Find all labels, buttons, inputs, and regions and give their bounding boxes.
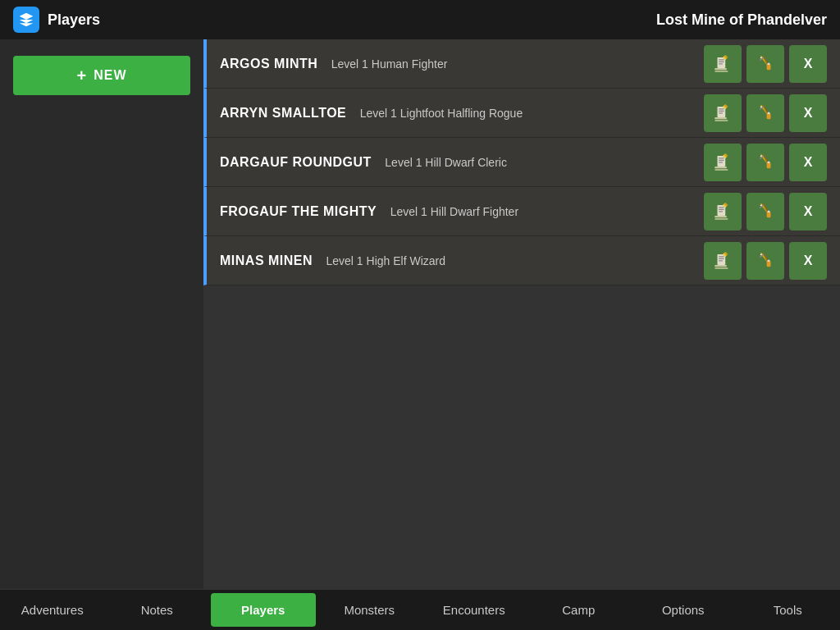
svg-rect-64 (719, 258, 724, 258)
edit-player-button[interactable] (704, 193, 742, 231)
player-info: ARRYN SMALLTOE Level 1 Lightfoot Halflin… (220, 106, 523, 121)
campaign-title: Lost Mine of Phandelver (656, 11, 827, 29)
player-subtitle: Level 1 Lightfoot Halfling Rogue (360, 107, 523, 120)
player-subtitle: Level 1 Hill Dwarf Fighter (390, 205, 518, 218)
player-name: MINAS MINEN (220, 253, 313, 267)
svg-rect-63 (719, 256, 724, 257)
svg-point-44 (767, 162, 770, 163)
player-name: FROGAUF THE MIGHTY (220, 204, 377, 218)
delete-player-button[interactable]: X (789, 144, 827, 181)
svg-rect-33 (719, 158, 724, 158)
player-row: ARRYN SMALLTOE Level 1 Lightfoot Halflin… (203, 89, 840, 138)
player-name: ARGOS MINTH (220, 57, 317, 71)
player-info: ARGOS MINTH Level 1 Human Fighter (220, 57, 447, 71)
player-actions: X (704, 94, 827, 132)
svg-rect-2 (718, 57, 726, 67)
svg-rect-50 (719, 211, 723, 212)
svg-rect-60 (714, 264, 727, 266)
new-player-button[interactable]: + NEW (13, 56, 190, 95)
delete-player-button[interactable]: X (789, 242, 827, 280)
nav-item-encounters[interactable]: Encounters (422, 590, 527, 630)
svg-rect-48 (719, 207, 724, 208)
svg-point-14 (767, 63, 770, 65)
svg-rect-12 (767, 64, 771, 70)
svg-rect-35 (719, 162, 723, 162)
edit-player-button[interactable] (704, 45, 742, 83)
equipment-icon (755, 103, 776, 124)
player-actions: X (704, 144, 827, 181)
equipment-icon (755, 152, 776, 173)
nav-item-monsters[interactable]: Monsters (317, 590, 422, 630)
nav-item-notes[interactable]: Notes (105, 590, 210, 630)
svg-rect-65 (719, 260, 723, 261)
svg-point-59 (767, 211, 770, 212)
plus-icon: + (76, 66, 87, 85)
edit-player-button[interactable] (704, 94, 742, 132)
equip-player-button[interactable] (746, 94, 784, 132)
svg-rect-18 (719, 108, 724, 109)
equipment-icon (755, 201, 776, 222)
edit-icon (712, 152, 733, 173)
nav-item-options[interactable]: Options (631, 590, 736, 630)
app-icon (13, 7, 39, 33)
player-name: DARGAUF ROUNDGUT (220, 155, 372, 169)
svg-rect-5 (719, 63, 723, 64)
edit-icon (712, 201, 733, 222)
equip-player-button[interactable] (746, 242, 784, 280)
player-row: DARGAUF ROUNDGUT Level 1 Hill Dwarf Cler… (203, 138, 840, 187)
player-row: MINAS MINEN Level 1 High Elf Wizard (203, 236, 840, 285)
svg-rect-15 (714, 116, 727, 118)
edit-player-button[interactable] (704, 144, 742, 181)
app-logo-icon (18, 11, 34, 28)
player-name: ARRYN SMALLTOE (220, 106, 346, 120)
edit-icon (712, 53, 733, 75)
equipment-icon (755, 53, 776, 75)
equip-player-button[interactable] (746, 193, 784, 231)
edit-player-button[interactable] (704, 242, 742, 280)
svg-point-74 (767, 260, 770, 262)
svg-rect-30 (714, 166, 727, 167)
svg-rect-49 (719, 208, 724, 209)
svg-rect-47 (718, 204, 726, 215)
player-info: DARGAUF ROUNDGUT Level 1 Hill Dwarf Cler… (220, 155, 507, 170)
edit-icon (712, 103, 733, 124)
player-subtitle: Level 1 Human Fighter (331, 57, 448, 71)
svg-rect-17 (718, 106, 726, 116)
player-subtitle: Level 1 High Elf Wizard (326, 254, 446, 267)
player-actions: X (704, 193, 827, 231)
svg-rect-0 (714, 67, 727, 69)
svg-rect-62 (718, 253, 726, 264)
players-list: ARGOS MINTH Level 1 Human Fighter (203, 39, 840, 589)
nav-item-players[interactable]: Players (211, 593, 316, 627)
svg-rect-1 (714, 71, 728, 72)
player-subtitle: Level 1 Hill Dwarf Cleric (385, 156, 507, 169)
svg-rect-57 (767, 212, 771, 217)
svg-point-29 (767, 112, 770, 114)
svg-rect-61 (714, 267, 728, 269)
player-row: FROGAUF THE MIGHTY Level 1 Hill Dwarf Fi… (203, 187, 840, 236)
delete-player-button[interactable]: X (789, 193, 827, 231)
svg-rect-20 (719, 112, 723, 113)
svg-rect-42 (767, 162, 771, 168)
svg-rect-31 (714, 169, 728, 171)
new-button-label: NEW (94, 68, 126, 83)
nav-item-camp[interactable]: Camp (527, 590, 632, 630)
svg-rect-72 (767, 261, 771, 267)
player-info: MINAS MINEN Level 1 High Elf Wizard (220, 253, 445, 268)
player-row: ARGOS MINTH Level 1 Human Fighter (203, 39, 840, 89)
svg-rect-45 (714, 215, 727, 217)
nav-item-adventures[interactable]: Adventures (0, 590, 105, 630)
svg-rect-27 (767, 113, 771, 119)
player-info: FROGAUF THE MIGHTY Level 1 Hill Dwarf Fi… (220, 204, 518, 219)
equip-player-button[interactable] (746, 144, 784, 181)
delete-player-button[interactable]: X (789, 94, 827, 132)
svg-rect-34 (719, 159, 724, 160)
delete-player-button[interactable]: X (789, 45, 827, 83)
equipment-icon (755, 250, 776, 272)
equip-player-button[interactable] (746, 45, 784, 83)
svg-rect-19 (719, 110, 724, 111)
app-header: Players Lost Mine of Phandelver (0, 0, 840, 39)
nav-item-tools[interactable]: Tools (736, 590, 841, 630)
edit-icon (712, 250, 733, 272)
svg-rect-46 (714, 218, 728, 220)
